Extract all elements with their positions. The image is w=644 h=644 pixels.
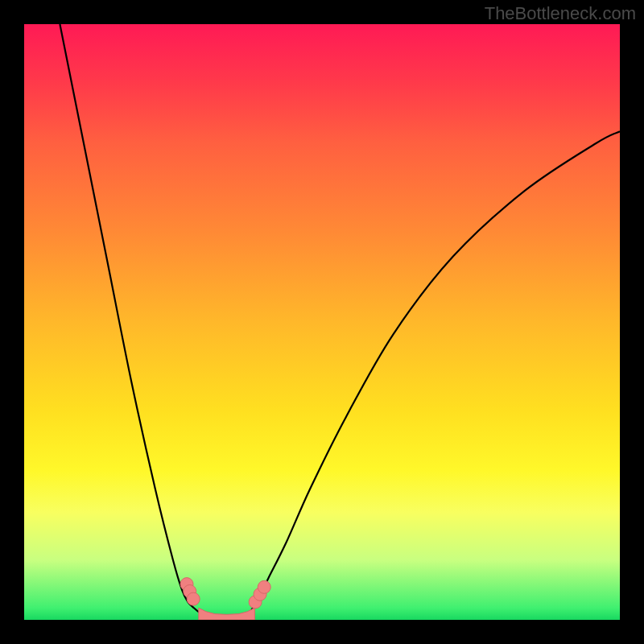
left-dot-3: [187, 592, 200, 605]
bottleneck-curve: [60, 24, 620, 619]
valley-band: [199, 608, 255, 620]
right-dot-3: [258, 580, 270, 593]
curve-markers: [180, 578, 270, 609]
watermark-text: TheBottleneck.com: [485, 3, 636, 24]
chart-area: [24, 24, 620, 620]
bottleneck-curve-plot: [24, 24, 620, 620]
